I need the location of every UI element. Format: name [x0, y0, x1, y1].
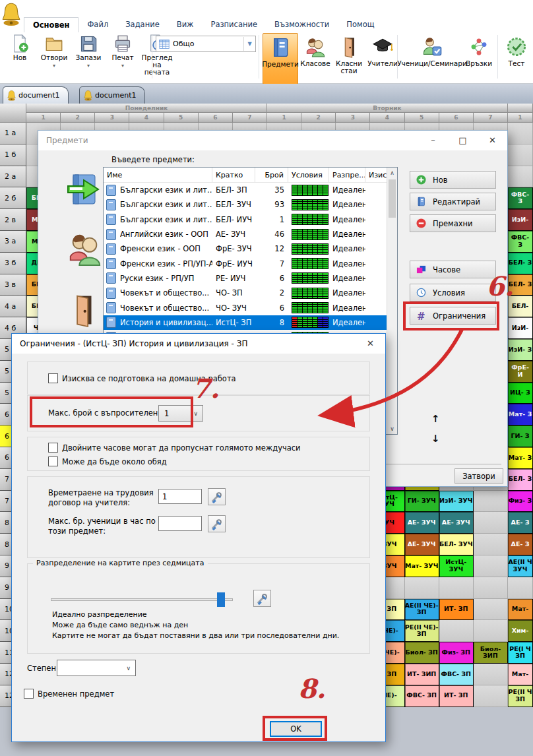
app-bell-logo-icon[interactable]	[2, 1, 20, 26]
column-header-3[interactable]: Брой	[255, 168, 288, 182]
timetable-cell[interactable]: Мат- З	[508, 447, 533, 469]
ribbon-tab-3[interactable]: Задание	[117, 17, 168, 32]
timetable-row-label[interactable]: 2 а	[0, 166, 26, 188]
view-combobox[interactable]: Общо ▼	[156, 36, 256, 52]
ribbon-button[interactable]: Отвори▾	[37, 34, 71, 70]
timetable-cell[interactable]: Мат-	[508, 599, 533, 621]
level-dropdown[interactable]: ∨	[57, 660, 136, 676]
chevron-down-icon[interactable]: ▼	[243, 37, 255, 51]
timetable-cell[interactable]: АЕ- З	[508, 534, 533, 555]
timetable-cell[interactable]: ФрЕ- И	[508, 361, 533, 383]
side-button-редактирай[interactable]: Редактирай	[410, 193, 496, 210]
lunch-checkbox[interactable]	[48, 457, 58, 466]
column-header-5[interactable]: Разпре...	[329, 168, 365, 182]
timetable-cell[interactable]: АЕ(II ЧЕ)- ЗП	[405, 599, 439, 621]
ribbon-tab-1[interactable]: Основен	[24, 17, 78, 32]
move-down-button[interactable]: ↓	[431, 433, 440, 445]
timetable-cell[interactable]: ИЦ- З	[508, 383, 533, 404]
timetable-cell[interactable]: РЕ(II ЧЕ)- ЗП	[405, 620, 439, 642]
document-tab-1[interactable]: document1	[3, 86, 69, 104]
timetable-cell[interactable]	[405, 577, 439, 599]
ok-button[interactable]: OK	[270, 721, 322, 737]
timetable-cell[interactable]: ИзИ-	[508, 317, 533, 339]
timetable-cell[interactable]: Физ- З	[508, 491, 533, 513]
side-button-часове[interactable]: Часове	[410, 261, 496, 278]
timetable-cell[interactable]	[474, 599, 508, 621]
timetable-cell[interactable]	[474, 620, 508, 642]
ribbon-tab-5[interactable]: Разписание	[202, 17, 266, 32]
timetable-cell[interactable]	[439, 620, 474, 642]
subjects-list-row[interactable]: Руски език - РП/УПРЕ- ИУЧ6Идеален	[104, 271, 397, 286]
timetable-cell[interactable]: ФВС- ЗП	[439, 664, 474, 685]
timetable-cell[interactable]: ИзИ- ЗУЧ	[439, 491, 474, 513]
timetable-cell[interactable]	[439, 577, 474, 599]
ribbon-tab-2[interactable]: Файл	[78, 17, 117, 32]
timetable-cell[interactable]: Физ- ЗП	[439, 642, 474, 664]
duration-tools-button[interactable]	[208, 488, 226, 505]
double-lessons-checkbox[interactable]	[48, 443, 58, 453]
timetable-cell[interactable]	[508, 123, 533, 144]
duration-input[interactable]	[158, 489, 202, 504]
scroll-down-icon[interactable]: ∨	[387, 425, 397, 432]
max-question-dropdown[interactable]: 1 ∨	[158, 405, 203, 422]
timetable-row-label[interactable]: 3 б	[0, 253, 26, 274]
side-button-ограничения[interactable]: #Ограничения	[410, 307, 496, 325]
timetable-cell[interactable]: ИТ- ЗП	[439, 685, 474, 707]
timetable-cell[interactable]: ИстЦ- ЗУЧ	[439, 555, 474, 577]
timetable-cell[interactable]: АЕ- ЗУЧ	[405, 534, 439, 555]
distribution-tools-button[interactable]	[253, 590, 271, 607]
timetable-cell[interactable]: Мат-	[508, 664, 533, 685]
timetable-cell[interactable]: ФВС- З	[508, 187, 533, 209]
scrollbar-thumb[interactable]	[389, 179, 396, 218]
timetable-cell[interactable]	[474, 577, 508, 599]
timetable-cell[interactable]: Биол- ЗП	[405, 642, 439, 664]
timetable-cell[interactable]: ГИ- ЗУЧ	[405, 491, 439, 513]
max-students-input[interactable]	[158, 516, 202, 531]
ribbon-button[interactable]: Нов	[3, 34, 37, 62]
timetable-cell[interactable]: АЕ- З	[508, 512, 533, 534]
subjects-list-row[interactable]: Български език и лит...БЕЛ- ЗП35Идеален	[104, 183, 397, 197]
side-button-премахни[interactable]: Премахни	[410, 214, 496, 232]
ribbon-tab-6[interactable]: Възможности	[266, 17, 338, 32]
timetable-cell[interactable]: БЕЛ- З	[508, 253, 533, 274]
list-scrollbar[interactable]: ∧∨	[387, 168, 397, 434]
ribbon-entity-button[interactable]: Класни стаи	[332, 33, 365, 83]
timetable-cell[interactable]	[474, 685, 508, 707]
ribbon-entity-button[interactable]: Връзки	[463, 33, 495, 83]
timetable-cell[interactable]: БЕЛ- З	[508, 469, 533, 491]
column-header-6[interactable]: Изиск	[365, 168, 387, 182]
timetable-cell[interactable]: Мат- З	[508, 404, 533, 425]
timetable-cell[interactable]: БЕЛ- ЗУЧ	[439, 534, 474, 555]
subjects-list-row[interactable]: Български език и лит...БЕЛ- ИУЧ1Идеален	[104, 212, 397, 227]
document-tab-2[interactable]: document1	[79, 86, 145, 104]
ribbon-button[interactable]: Печат▾	[106, 34, 140, 70]
timetable-cell[interactable]: БЕЛ- З	[508, 274, 533, 296]
ribbon-tab-7[interactable]: Помощ	[338, 17, 383, 32]
distribution-slider-handle[interactable]	[217, 592, 225, 607]
scroll-up-icon[interactable]: ∧	[387, 170, 397, 176]
timetable-cell[interactable]: Хим-	[508, 620, 533, 642]
subjects-list-row[interactable]: Френски език - РП/УП-АФрЕ- ИУЧ7Идеален	[104, 256, 397, 270]
timetable-cell[interactable]: ИТ- ЗП	[439, 599, 474, 621]
timetable-row-label[interactable]: 3 а	[0, 231, 26, 253]
dropdown-arrow-icon[interactable]: ▾	[87, 62, 90, 69]
dropdown-arrow-icon[interactable]: ▾	[121, 62, 124, 69]
ribbon-entity-button[interactable]: Учители	[365, 33, 400, 83]
maximize-button[interactable]: □	[448, 131, 478, 150]
timetable-cell[interactable]	[474, 664, 508, 685]
ribbon-entity-button[interactable]: Предмети	[263, 33, 298, 84]
timetable-cell[interactable]	[508, 144, 533, 166]
classes-people-icon[interactable]	[67, 230, 102, 268]
timetable-row-label[interactable]: 1 б	[0, 144, 26, 166]
close-button[interactable]: ✕	[478, 131, 507, 150]
ribbon-test-button[interactable]: Тест	[501, 33, 532, 83]
subjects-list-row[interactable]: Френски език - ООПФрЕ- ЗУЧ12Идеален	[104, 241, 397, 256]
subjects-list-row[interactable]: Човекът и общество...ЧО- ЗУЧ6Идеален	[104, 300, 397, 315]
ribbon-entity-button[interactable]: Класове	[298, 33, 332, 83]
timetable-row-label[interactable]: 2 б	[0, 187, 26, 209]
timetable-cell[interactable]: ИТ- ЗИП	[405, 664, 439, 685]
subjects-arrow-icon[interactable]	[67, 173, 100, 206]
timetable-row-label[interactable]: 3 в	[0, 274, 26, 296]
timetable-cell[interactable]: РЕ(I Ч ЗП	[508, 642, 533, 664]
timetable-cell[interactable]: БЕЛ-	[508, 296, 533, 317]
